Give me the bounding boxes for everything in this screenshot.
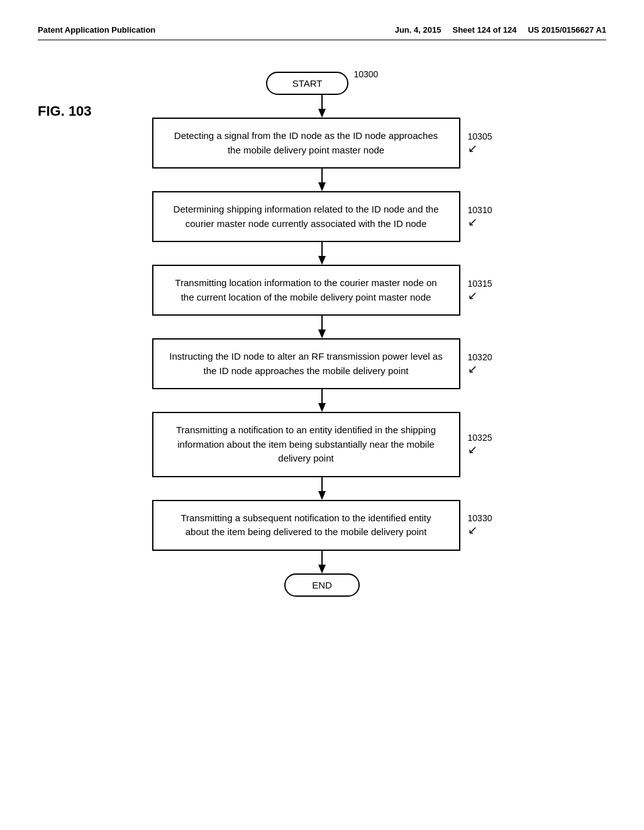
end-terminal: END <box>284 573 360 597</box>
box-wrapper-10320: Instructing the ID node to alter an RF t… <box>38 338 606 389</box>
svg-marker-13 <box>318 565 326 573</box>
page: Patent Application Publication Jun. 4, 2… <box>0 0 644 830</box>
process-box-10325: Transmitting a notification to an entity… <box>152 412 460 477</box>
svg-marker-9 <box>318 403 326 412</box>
process-box-10305: Detecting a signal from the ID node as t… <box>152 118 460 169</box>
process-box-10320: Instructing the ID node to alter an RF t… <box>152 338 460 389</box>
arrow-1 <box>316 95 328 118</box>
ref-10330: 10330 ↙ <box>468 513 492 537</box>
svg-marker-5 <box>318 256 326 265</box>
process-box-10315: Transmitting location information to the… <box>152 265 460 316</box>
main-content: FIG. 103 START 10300 Detecting a signal … <box>38 65 606 597</box>
svg-marker-11 <box>318 491 326 500</box>
ref-10315: 10315 ↙ <box>468 279 492 302</box>
flowchart: START 10300 Detecting a signal from the … <box>38 72 606 597</box>
arrow-7 <box>316 551 328 573</box>
header-patent: US 2015/0156627 A1 <box>528 25 606 35</box>
box-wrapper-10305: Detecting a signal from the ID node as t… <box>38 118 606 169</box>
header-sheet: Sheet 124 of 124 <box>452 25 516 35</box>
ref-10320: 10320 ↙ <box>468 352 492 376</box>
box-wrapper-10315: Transmitting location information to the… <box>38 265 606 316</box>
arrow-2 <box>316 169 328 191</box>
start-terminal: START <box>266 72 349 95</box>
process-box-10310: Determining shipping information related… <box>152 191 460 242</box>
ref-10325: 10325 ↙ <box>468 433 492 456</box>
box-wrapper-10330: Transmitting a subsequent notification t… <box>38 500 606 551</box>
box-wrapper-10325: Transmitting a notification to an entity… <box>38 412 606 477</box>
svg-marker-1 <box>318 109 326 118</box>
box-wrapper-10310: Determining shipping information related… <box>38 191 606 242</box>
header-left-text: Patent Application Publication <box>38 25 155 35</box>
start-ref-num: 10300 <box>353 69 378 79</box>
ref-10305: 10305 ↙ <box>468 131 492 155</box>
start-container: START <box>266 72 349 95</box>
arrow-5 <box>316 389 328 412</box>
svg-marker-7 <box>318 329 326 338</box>
ref-10310: 10310 ↙ <box>468 205 492 229</box>
arrow-3 <box>316 242 328 265</box>
start-area: START 10300 <box>38 72 606 95</box>
arrow-6 <box>316 477 328 500</box>
page-header: Patent Application Publication Jun. 4, 2… <box>38 25 606 40</box>
svg-marker-3 <box>318 182 326 191</box>
header-right-text: Jun. 4, 2015 Sheet 124 of 124 US 2015/01… <box>395 25 606 35</box>
arrow-4 <box>316 316 328 338</box>
process-box-10330: Transmitting a subsequent notification t… <box>152 500 460 551</box>
header-date: Jun. 4, 2015 <box>395 25 441 35</box>
